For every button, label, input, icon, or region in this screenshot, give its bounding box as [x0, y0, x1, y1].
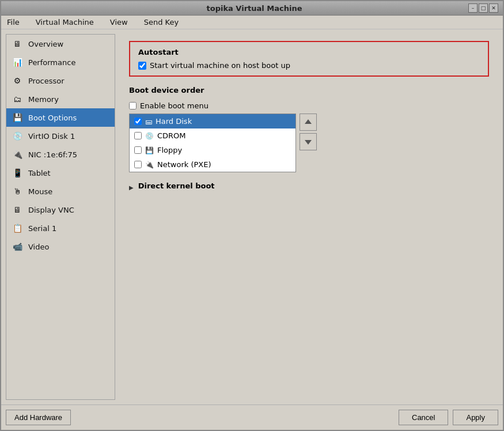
- boot-device-list: 🖴 Hard Disk 💿 CDROM 💾: [129, 114, 296, 172]
- bottom-bar: Add Hardware Cancel Apply: [1, 404, 503, 430]
- menu-send-key[interactable]: Send Key: [141, 17, 182, 28]
- virtio-disk-icon: 💿: [11, 130, 24, 142]
- serial1-icon: 📋: [11, 222, 24, 235]
- harddisk-checkbox[interactable]: [134, 118, 142, 125]
- autostart-row: Start virtual machine on host boot up: [138, 61, 480, 70]
- boot-options-icon: 💾: [11, 111, 24, 124]
- autostart-title: Autostart: [138, 48, 480, 56]
- sidebar-label-nic: NIC :1e:6f:75: [28, 150, 77, 159]
- apply-button[interactable]: Apply: [453, 410, 498, 425]
- collapse-triangle-icon: ▶: [129, 184, 134, 191]
- sidebar-label-processor: Processor: [28, 77, 65, 85]
- sidebar-label-overview: Overview: [28, 40, 63, 48]
- display-vnc-icon: 🖥: [11, 203, 24, 216]
- enable-boot-menu-label: Enable boot menu: [140, 101, 209, 110]
- autostart-checkbox-wrapper: Start virtual machine on host boot up: [138, 61, 290, 70]
- sidebar-item-virtio-disk[interactable]: 💿 VirtIO Disk 1: [6, 127, 115, 145]
- boot-arrows: [300, 114, 317, 150]
- network-icon: 🔌: [145, 161, 154, 169]
- menu-file[interactable]: File: [3, 17, 23, 28]
- sidebar-item-memory[interactable]: 🗂 Memory: [6, 90, 115, 108]
- boot-list-container: 🖴 Hard Disk 💿 CDROM 💾: [129, 114, 489, 172]
- cdrom-label: CDROM: [157, 131, 186, 140]
- direct-kernel-boot-section[interactable]: ▶ Direct kernel boot: [129, 182, 489, 194]
- tablet-icon: 📱: [11, 167, 24, 179]
- nic-icon: 🔌: [11, 148, 24, 161]
- sidebar-label-serial1: Serial 1: [28, 224, 56, 233]
- performance-icon: 📊: [11, 56, 24, 69]
- sidebar-label-performance: Performance: [28, 58, 75, 67]
- sidebar-item-overview[interactable]: 🖥 Overview: [6, 35, 115, 53]
- action-buttons: Cancel Apply: [399, 410, 498, 425]
- sidebar-label-virtio-disk: VirtIO Disk 1: [28, 132, 75, 141]
- cdrom-icon: 💿: [145, 132, 154, 140]
- titlebar: topika Virtual Machine – □ ✕: [1, 1, 503, 16]
- floppy-checkbox[interactable]: [134, 146, 142, 154]
- cdrom-checkbox[interactable]: [134, 132, 142, 139]
- move-down-button[interactable]: [300, 133, 317, 150]
- sidebar-label-boot-options: Boot Options: [28, 114, 77, 122]
- move-up-button[interactable]: [300, 114, 317, 131]
- enable-boot-menu-checkbox[interactable]: [129, 102, 137, 109]
- boot-list-item-cdrom[interactable]: 💿 CDROM: [130, 128, 295, 143]
- maximize-button[interactable]: □: [479, 3, 488, 13]
- sidebar-label-mouse: Mouse: [28, 187, 52, 196]
- boot-list-item-harddisk[interactable]: 🖴 Hard Disk: [130, 114, 295, 128]
- boot-device-section: Boot device order Enable boot menu 🖴 Har…: [129, 86, 489, 172]
- cancel-button[interactable]: Cancel: [399, 410, 448, 425]
- autostart-section: Autostart Start virtual machine on host …: [129, 41, 489, 77]
- overview-icon: 🖥: [11, 37, 24, 50]
- floppy-icon: 💾: [145, 146, 154, 154]
- sidebar-label-video: Video: [28, 243, 49, 251]
- sidebar-item-display-vnc[interactable]: 🖥 Display VNC: [6, 201, 115, 219]
- video-icon: 📹: [11, 240, 24, 253]
- boot-list-item-network[interactable]: 🔌 Network (PXE): [130, 157, 295, 172]
- main-window: topika Virtual Machine – □ ✕ File Virtua…: [0, 0, 504, 431]
- floppy-label: Floppy: [157, 146, 182, 154]
- memory-icon: 🗂: [11, 93, 24, 105]
- svg-marker-1: [305, 140, 312, 145]
- harddisk-label: Hard Disk: [156, 117, 192, 126]
- minimize-button[interactable]: –: [468, 3, 478, 13]
- sidebar-label-display-vnc: Display VNC: [28, 206, 74, 214]
- sidebar-label-memory: Memory: [28, 95, 59, 104]
- boot-device-order-title: Boot device order: [129, 86, 489, 94]
- sidebar-item-boot-options[interactable]: 💾 Boot Options: [6, 108, 115, 127]
- sidebar-item-tablet[interactable]: 📱 Tablet: [6, 164, 115, 182]
- close-button[interactable]: ✕: [489, 3, 498, 13]
- mouse-icon: 🖱: [11, 185, 24, 198]
- titlebar-buttons: – □ ✕: [468, 3, 498, 13]
- svg-marker-0: [305, 119, 312, 124]
- network-label: Network (PXE): [157, 160, 211, 169]
- add-hardware-button[interactable]: Add Hardware: [6, 410, 71, 425]
- autostart-checkbox[interactable]: [138, 62, 146, 70]
- sidebar-label-tablet: Tablet: [28, 169, 51, 177]
- network-checkbox[interactable]: [134, 161, 142, 168]
- autostart-checkbox-label: Start virtual machine on host boot up: [150, 61, 290, 70]
- main-panel: Autostart Start virtual machine on host …: [120, 34, 498, 400]
- enable-boot-menu-row: Enable boot menu: [129, 101, 489, 110]
- sidebar-item-mouse[interactable]: 🖱 Mouse: [6, 182, 115, 201]
- direct-kernel-boot-title: Direct kernel boot: [138, 182, 215, 190]
- window-title: topika Virtual Machine: [40, 4, 468, 13]
- content-area: 🖥 Overview 📊 Performance ⚙ Processor 🗂 M…: [1, 29, 503, 404]
- menu-view[interactable]: View: [107, 17, 131, 28]
- boot-list-item-floppy[interactable]: 💾 Floppy: [130, 143, 295, 157]
- harddisk-icon: 🖴: [145, 118, 152, 126]
- sidebar-item-performance[interactable]: 📊 Performance: [6, 53, 115, 71]
- sidebar-item-video[interactable]: 📹 Video: [6, 237, 115, 256]
- menubar: File Virtual Machine View Send Key: [1, 16, 503, 29]
- sidebar-item-nic[interactable]: 🔌 NIC :1e:6f:75: [6, 145, 115, 164]
- sidebar: 🖥 Overview 📊 Performance ⚙ Processor 🗂 M…: [6, 34, 115, 400]
- menu-virtual-machine[interactable]: Virtual Machine: [32, 17, 97, 28]
- processor-icon: ⚙: [11, 74, 24, 87]
- sidebar-item-serial1[interactable]: 📋 Serial 1: [6, 219, 115, 237]
- sidebar-item-processor[interactable]: ⚙ Processor: [6, 71, 115, 90]
